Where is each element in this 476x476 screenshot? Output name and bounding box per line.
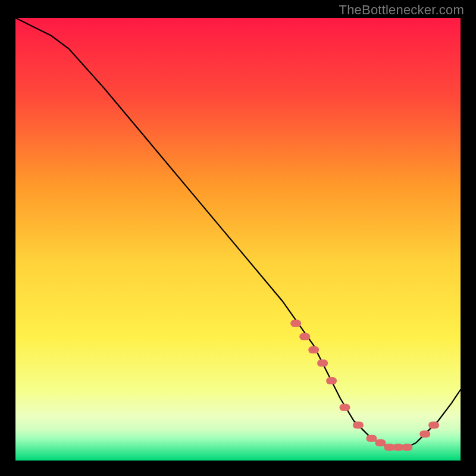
marker-dot	[326, 377, 337, 384]
chart-svg	[0, 0, 476, 476]
marker-dot	[375, 439, 386, 446]
marker-dot	[353, 422, 364, 429]
marker-dot	[317, 359, 328, 367]
marker-dot	[308, 346, 319, 353]
marker-dot	[299, 333, 310, 340]
marker-dot	[366, 435, 377, 442]
marker-dot	[340, 404, 350, 411]
marker-dot	[402, 444, 412, 451]
marker-dot	[428, 422, 439, 429]
marker-dot	[290, 320, 301, 327]
plot-background	[15, 18, 461, 461]
chart-frame: TheBottlenecker.com	[0, 0, 476, 476]
marker-dot	[419, 430, 430, 437]
